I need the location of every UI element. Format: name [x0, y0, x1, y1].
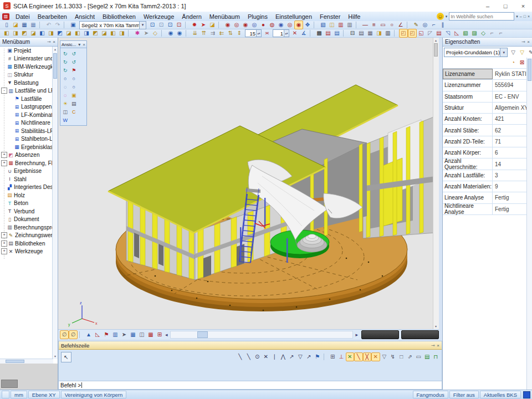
snap-dir-icon[interactable]: ↗	[305, 352, 314, 361]
tree-expander-icon[interactable]	[1, 72, 6, 77]
spinner-arrows-icon[interactable]: ▴▾	[284, 30, 289, 37]
node-tool-icon[interactable]: ◉	[223, 21, 232, 29]
chevron-down-icon[interactable]: ▾	[516, 14, 518, 19]
status-segment[interactable]: Fangmodus	[413, 391, 448, 398]
menu-item[interactable]: Datei	[12, 13, 34, 20]
doc-minimize-icon[interactable]: –	[520, 14, 522, 18]
chevron-down-icon[interactable]: ▾	[446, 14, 448, 19]
pick-tool-icon[interactable]: ➤	[142, 29, 151, 38]
scrollbar-thumb[interactable]	[197, 331, 208, 338]
tree-item[interactable]: ▯ Dokument	[0, 216, 53, 224]
snap-on-icon[interactable]: ✕	[346, 352, 355, 361]
geom-tool-icon[interactable]: ◩	[55, 29, 64, 38]
menu-item[interactable]: Bearbeiten	[34, 13, 71, 20]
rotate-view-icon[interactable]: ↺	[70, 58, 79, 66]
move-icon[interactable]: ✥	[303, 21, 312, 29]
print-icon[interactable]: ⊟	[348, 29, 357, 38]
snap-rect-icon[interactable]: ▭	[415, 352, 423, 361]
tree-item[interactable]: ◫ Struktur	[0, 71, 53, 79]
snap-on-icon[interactable]: ╲	[354, 352, 363, 361]
scrollbar-thumb[interactable]	[528, 59, 531, 81]
geom-tool-icon[interactable]: ◨	[47, 29, 55, 38]
geom-tool-icon[interactable]: ◧	[2, 29, 11, 38]
tree-vertical-scrollbar[interactable]: ▴ ▾	[52, 47, 58, 359]
3d-model-canvas[interactable]: z x y	[58, 38, 433, 329]
webhelp-search-input[interactable]	[449, 12, 514, 21]
menu-item[interactable]: Plugins	[244, 13, 272, 20]
save-icon[interactable]: ▦	[29, 21, 38, 29]
menu-item[interactable]: Werkzeuge	[140, 13, 178, 20]
property-row[interactable]: Anzahl Stäbe: 62	[443, 125, 532, 136]
table-red-icon[interactable]: ▥	[336, 21, 345, 29]
tree-expander-icon[interactable]	[1, 201, 6, 206]
bks-icon[interactable]	[523, 391, 530, 398]
tree-item[interactable]: ⊞ Lastgruppen	[0, 103, 53, 111]
snap-flag-icon[interactable]: ⚑	[313, 352, 322, 361]
scroll-down-icon[interactable]: ▾	[53, 354, 58, 359]
grid-red-icon[interactable]: ▦	[146, 330, 155, 339]
render-mode-icon[interactable]: ◸	[426, 29, 434, 38]
node-tool-icon[interactable]: ◎	[232, 21, 241, 29]
snap-line-icon[interactable]: ╲	[236, 352, 245, 361]
tree-expander-icon[interactable]	[8, 136, 13, 141]
property-row[interactable]: Anzahl Materialien: 9	[443, 181, 532, 192]
tree-expander-icon[interactable]	[8, 96, 13, 101]
scrollbar-thumb[interactable]	[434, 43, 438, 57]
snap-on-icon[interactable]: ✕	[371, 352, 380, 361]
tree-expander-icon[interactable]	[1, 217, 6, 222]
menu-item[interactable]: Ansicht	[71, 13, 99, 20]
menu-item[interactable]: Ändern	[178, 13, 205, 20]
tree-item[interactable]: + ✕ Werkzeuge	[0, 248, 53, 256]
spinner-arrows-icon[interactable]: ▴▾	[256, 30, 261, 37]
geom-tool-icon[interactable]: ◩	[91, 29, 100, 38]
step-spinner[interactable]: 1 ▴▾	[273, 29, 289, 37]
menu-item[interactable]: Fenster	[316, 13, 344, 20]
close-icon[interactable]: ×	[83, 42, 85, 47]
tree-expander-icon[interactable]	[8, 112, 13, 117]
tree-item[interactable]: ⚑ Lastfälle	[0, 95, 53, 103]
geom-tool-icon[interactable]: ◨	[117, 29, 126, 38]
move-left-icon[interactable]: ⇇	[217, 29, 226, 38]
status-segment[interactable]: Aktuelles BKS	[480, 391, 521, 398]
tree-expander-icon[interactable]	[1, 56, 6, 61]
tree-item[interactable]: # Linienraster und Geschosse	[0, 55, 53, 63]
menu-item[interactable]: Hilfe	[344, 13, 364, 20]
property-row[interactable]: Anzahl 2D-Teile: 71	[443, 136, 532, 147]
preview-icon[interactable]: ▤	[357, 29, 366, 38]
snapshot-icon[interactable]: ◫	[61, 108, 70, 116]
tree-expander-icon[interactable]	[1, 177, 6, 182]
view-flag-icon[interactable]: ⚑	[70, 66, 79, 74]
zoom-out-icon[interactable]: ○	[70, 74, 79, 83]
grid-icon[interactable]: ▦	[129, 330, 137, 339]
grid-snap-icon[interactable]: ⊞	[329, 352, 337, 361]
pin-icon[interactable]: ⊸	[431, 343, 435, 348]
rectangle-tool-icon[interactable]: ▭	[378, 21, 387, 29]
new-file-icon[interactable]: ▯	[2, 21, 11, 29]
menu-item[interactable]: Bibliotheken	[99, 13, 140, 20]
light-icon[interactable]: ☀	[61, 99, 70, 108]
pie-icon[interactable]: ◔	[509, 58, 518, 67]
tree-expander-icon[interactable]: -	[1, 88, 7, 94]
snap-cup-icon[interactable]: ⊓	[432, 352, 441, 361]
diamond-tool-icon[interactable]: ◇	[151, 29, 160, 38]
tree-item[interactable]: ▤ Holz	[0, 191, 53, 200]
properties-selector[interactable]: Projekt-Grunddaten (1) ▾	[444, 48, 508, 57]
scrollbar-thumb[interactable]	[53, 53, 57, 79]
chevron-down-icon[interactable]: ▾	[78, 42, 80, 47]
snap-tri-icon[interactable]: ▽	[380, 352, 389, 361]
tree-item[interactable]: + ✎ Zeichnungswerkzeuge	[0, 232, 53, 240]
tree-item[interactable]: + ◩ Absenzen	[0, 151, 53, 160]
property-row[interactable]: Lizenznummer 555694	[443, 80, 532, 91]
render-mode-icon[interactable]: ▤	[434, 29, 443, 38]
rotate-view-icon[interactable]: ↻	[61, 58, 70, 66]
edit-icon[interactable]: ✎	[526, 48, 532, 57]
report-icon[interactable]: ▥	[383, 29, 392, 38]
swap-icon[interactable]: ⇕	[235, 29, 244, 38]
tree-item[interactable]: + ▦ Berechnung, FE-Netz	[0, 159, 53, 167]
select-mode-icon[interactable]: ∅	[60, 330, 69, 339]
close-icon[interactable]: ×	[527, 39, 530, 44]
clipboard-c-icon[interactable]: C	[70, 108, 79, 116]
zoom-in-icon[interactable]: ○	[61, 74, 70, 83]
tree-item[interactable]: + ▤ Bibliotheken	[0, 239, 53, 248]
menu-item[interactable]: Menübaum	[206, 13, 244, 20]
